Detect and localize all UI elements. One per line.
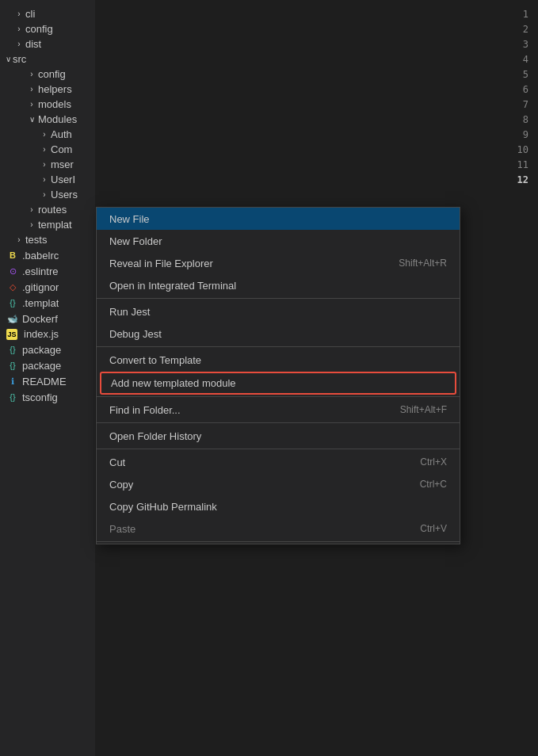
sidebar-item-readme[interactable]: ℹ README [0,373,95,389]
menu-item-label: Convert to Template [109,354,201,366]
collapse-arrow: › [25,100,38,109]
menu-item-paste[interactable]: Paste Ctrl+V [97,517,460,540]
sidebar-item-templat[interactable]: › templat [0,217,95,232]
ts-icon: {} [6,391,19,403]
docker-icon: 🐋 [6,312,19,325]
line-number-11: 11 [491,157,538,172]
sidebar-item-src-helpers[interactable]: › helpers [0,82,95,97]
sidebar-item-tsconfig[interactable]: {} tsconfig [0,389,95,405]
menu-item-copy[interactable]: Copy Ctrl+C [97,473,460,495]
babel-icon: B [6,249,19,262]
sidebar-item-useri[interactable]: › UserI [0,172,95,187]
sidebar-item-gitignore[interactable]: ◇ .gitignor [0,279,95,295]
line-number-7: 7 [491,97,538,112]
menu-item-shortcut: Shift+Alt+F [400,404,447,415]
sidebar-item-label: config [25,23,53,35]
sidebar-item-indexjs[interactable]: JS index.js [0,326,95,342]
readme-icon: ℹ [6,375,19,388]
sidebar-item-babelrc[interactable]: B .babelrc [0,247,95,263]
sidebar-item-dist[interactable]: › dist [0,36,95,52]
menu-item-debug-jest[interactable]: Debug Jest [97,323,460,345]
line-number-2: 2 [491,21,538,36]
line-numbers-panel: 1 2 3 4 5 6 7 8 9 10 11 12 [491,0,538,756]
menu-item-label: Debug Jest [109,328,162,340]
template-icon: {} [6,296,19,309]
sidebar-item-auth[interactable]: › Auth [0,127,95,142]
menu-item-label: Find in Folder... [109,404,181,416]
menu-item-label: New File [109,213,150,225]
sidebar-item-label: Com [51,143,72,155]
sidebar-item-label: .eslintre [22,265,59,277]
collapse-arrow: › [38,175,51,184]
line-number-8: 8 [491,112,538,127]
sidebar-item-label: tsconfig [22,391,58,403]
sidebar-item-cli[interactable]: › cli [0,6,95,21]
line-number-1: 1 [491,6,538,21]
sidebar-item-label: Users [51,189,78,200]
menu-separator [97,422,460,423]
sidebar-item-routes[interactable]: › routes [0,202,95,217]
line-number-9: 9 [491,127,538,142]
sidebar-item-label: index.js [24,328,59,340]
sidebar-item-tests[interactable]: › tests [0,232,95,247]
sidebar-item-template-file[interactable]: {} .templat [0,295,95,311]
menu-item-new-file[interactable]: New File [97,208,460,230]
sidebar-item-label: Dockerf [22,313,58,325]
collapse-arrow: › [38,160,51,169]
sidebar-item-label: README [22,376,67,388]
sidebar-item-package2[interactable]: {} package [0,357,95,373]
sidebar-item-package1[interactable]: {} package [0,342,95,357]
menu-item-label: Copy GitHub Permalink [109,501,217,513]
sidebar-item-dockerfile[interactable]: 🐋 Dockerf [0,311,95,326]
menu-item-new-folder[interactable]: New Folder [97,230,460,252]
sidebar-item-label: src [13,53,26,65]
menu-item-run-jest[interactable]: Run Jest [97,300,460,323]
menu-item-label: Open Folder History [109,430,201,442]
menu-item-folder-history[interactable]: Open Folder History [97,425,460,447]
menu-item-label: Run Jest [109,306,150,318]
sidebar-item-mser[interactable]: › mser [0,157,95,172]
menu-item-label: Cut [109,456,125,468]
sidebar-item-com[interactable]: › Com [0,142,95,157]
menu-item-convert-template[interactable]: Convert to Template [97,349,460,371]
collapse-arrow: › [38,190,51,199]
menu-item-label: Paste [109,523,135,535]
collapse-arrow: › [13,235,25,244]
sidebar-item-label: routes [38,204,67,216]
menu-separator [97,449,460,449]
menu-item-label: New Folder [109,235,162,247]
menu-separator [97,298,460,299]
sidebar-item-label: .babelrc [22,250,59,262]
json-icon: {} [6,359,19,372]
sidebar-item-label: tests [25,234,47,246]
sidebar-item-label: cli [25,8,35,20]
sidebar-item-eslintrc[interactable]: ⊙ .eslintre [0,263,95,279]
sidebar-item-label: config [38,68,66,80]
menu-item-add-templated-module[interactable]: Add new templated module [100,372,456,395]
sidebar-item-label: models [38,98,71,110]
collapse-arrow: › [25,85,38,94]
collapse-arrow: › [25,220,38,229]
sidebar-item-label: mser [51,158,74,170]
menu-item-copy-github[interactable]: Copy GitHub Permalink [97,495,460,517]
line-number-4: 4 [491,52,538,67]
sidebar-item-src[interactable]: ∨ src [0,52,95,67]
line-number-5: 5 [491,67,538,82]
sidebar-item-users[interactable]: › Users [0,187,95,202]
menu-item-reveal[interactable]: Reveal in File Explorer Shift+Alt+R [97,252,460,274]
menu-item-cut[interactable]: Cut Ctrl+X [97,451,460,473]
sidebar-item-label: package [22,344,61,356]
sidebar-item-src-config[interactable]: › config [0,67,95,82]
collapse-arrow: › [38,130,51,139]
menu-item-open-terminal[interactable]: Open in Integrated Terminal [97,274,460,296]
menu-item-find-folder[interactable]: Find in Folder... Shift+Alt+F [97,399,460,421]
sidebar-item-label: templat [38,219,72,231]
collapse-arrow: › [13,10,25,18]
sidebar-item-label: .gitignor [22,281,59,293]
sidebar-item-src-models[interactable]: › models [0,97,95,112]
menu-item-label: Copy [109,479,133,491]
sidebar-item-label: dist [25,38,41,50]
collapse-arrow: › [13,40,25,48]
sidebar-item-src-modules[interactable]: ∨ Modules [0,112,95,127]
sidebar-item-config-root[interactable]: › config [0,21,95,36]
